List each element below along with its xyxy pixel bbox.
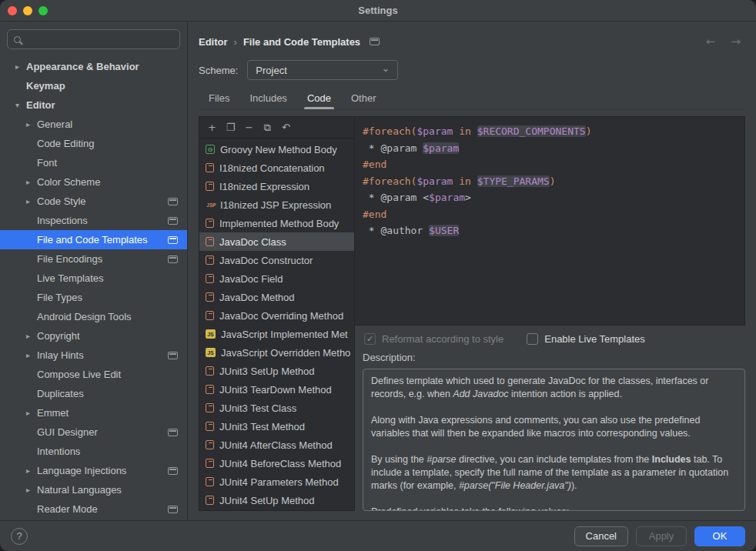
sidebar-item-label: Code Editing	[37, 138, 94, 149]
sidebar-item-file-and-code-templates[interactable]: File and Code Templates	[0, 230, 187, 249]
apply-button[interactable]: Apply	[636, 526, 687, 546]
template-item-junit3-test-method[interactable]: JUnit3 Test Method	[199, 417, 354, 436]
chevron-down-icon[interactable]: ▾	[15, 101, 26, 109]
sidebar-item-inspections[interactable]: Inspections	[0, 211, 187, 230]
back-icon[interactable]: ←	[706, 35, 716, 48]
template-file-icon	[206, 311, 214, 320]
sidebar-item-keymap[interactable]: Keymap	[0, 76, 187, 95]
template-item-i18nized-concatenation[interactable]: I18nized Concatenation	[199, 159, 354, 177]
template-item-junit4-afterclass-method[interactable]: JUnit4 AfterClass Method	[199, 436, 354, 454]
template-item-javadoc-overriding-method[interactable]: JavaDoc Overriding Method	[199, 306, 354, 325]
chevron-right-icon[interactable]: ▸	[26, 197, 37, 205]
code-token: $RECORD_COMPONENTS	[477, 125, 586, 137]
sidebar-item-color-scheme[interactable]: ▸Color Scheme	[0, 172, 187, 192]
template-item-junit4-beforeclass-method[interactable]: JUnit4 BeforeClass Method	[199, 454, 354, 473]
code-token: $param	[416, 175, 453, 187]
sidebar-item-language-injections[interactable]: ▸Language Injections	[0, 461, 187, 480]
sidebar-item-compose-live-edit[interactable]: Compose Live Edit	[0, 365, 187, 384]
ok-button[interactable]: OK	[694, 526, 745, 546]
sidebar-item-font[interactable]: Font	[0, 153, 187, 172]
template-item-junit3-teardown-method[interactable]: JUnit3 TearDown Method	[199, 380, 354, 399]
template-item-i18nized-jsp-expression[interactable]: JSPI18nized JSP Expression	[199, 195, 354, 214]
template-item-javadoc-field[interactable]: JavaDoc Field	[199, 269, 354, 288]
template-item-javadoc-class[interactable]: JavaDoc Class	[199, 232, 354, 251]
template-item-junit4-parameters-method[interactable]: JUnit4 Parameters Method	[199, 473, 354, 491]
template-item-label: JavaScript Implemented Met	[221, 329, 348, 340]
enable-live-templates-checkbox[interactable]: Enable Live Templates	[527, 333, 645, 345]
minimize-window-button[interactable]	[23, 6, 32, 15]
template-item-implemented-method-body[interactable]: Implemented Method Body	[199, 214, 354, 232]
template-item-junit3-setup-method[interactable]: JUnit3 SetUp Method	[199, 362, 354, 380]
chevron-right-icon[interactable]: ▸	[26, 120, 37, 129]
sidebar-item-live-templates[interactable]: Live Templates	[0, 269, 187, 288]
tab-files[interactable]: Files	[199, 87, 239, 109]
template-item-javadoc-method[interactable]: JavaDoc Method	[199, 288, 354, 306]
sidebar-item-file-encodings[interactable]: File Encodings	[0, 249, 187, 269]
template-item-javascript-implemented-met[interactable]: JSJavaScript Implemented Met	[199, 325, 354, 343]
settings-search-input[interactable]	[26, 34, 173, 45]
chevron-right-icon[interactable]: ▸	[26, 332, 37, 340]
template-options-row: ✓ Reformat according to style Enable Liv…	[355, 326, 745, 352]
sidebar-item-appearance-behavior[interactable]: ▸Appearance & Behavior	[0, 57, 187, 76]
sidebar-item-code-editing[interactable]: Code Editing	[0, 134, 187, 153]
sidebar-item-natural-languages[interactable]: ▸Natural Languages	[0, 480, 187, 499]
sidebar-item-label: Appearance & Behavior	[26, 61, 139, 72]
chevron-right-icon[interactable]: ▸	[26, 178, 37, 186]
chevron-right-icon[interactable]: ▸	[15, 62, 26, 71]
chevron-right-icon[interactable]: ▸	[26, 351, 37, 359]
template-item-javadoc-constructor[interactable]: JavaDoc Constructor	[199, 251, 354, 269]
sidebar-item-inlay-hints[interactable]: ▸Inlay Hints	[0, 346, 187, 365]
tab-includes[interactable]: Includes	[239, 87, 296, 109]
sidebar-item-reader-mode[interactable]: Reader Mode	[0, 499, 187, 519]
template-item-label: Implemented Method Body	[219, 218, 339, 229]
sidebar-item-gui-designer[interactable]: GUI Designer	[0, 422, 187, 442]
copy-template-icon[interactable]: ❐	[222, 122, 239, 133]
forward-icon[interactable]: →	[731, 35, 741, 48]
remove-template-icon[interactable]: −	[240, 122, 258, 133]
sidebar-item-label: Reader Mode	[37, 503, 98, 515]
chevron-right-icon[interactable]: ▸	[26, 486, 37, 494]
sidebar-item-file-types[interactable]: File Types	[0, 288, 187, 307]
template-item-junit3-test-class[interactable]: JUnit3 Test Class	[199, 399, 354, 417]
template-item-label: JUnit3 SetUp Method	[219, 366, 315, 377]
template-item-i18nized-expression[interactable]: I18nized Expression	[199, 177, 354, 195]
code-token: * @param <	[363, 192, 429, 203]
sidebar-item-android-design-tools[interactable]: Android Design Tools	[0, 307, 187, 326]
footer-bar: ? Cancel Apply OK	[0, 520, 756, 551]
template-item-groovy-new-method-body[interactable]: GGroovy New Method Body	[199, 140, 354, 159]
breadcrumb-file-and-code-templates[interactable]: File and Code Templates	[243, 36, 360, 48]
js-file-icon: JS	[206, 348, 216, 357]
reformat-checkbox[interactable]: ✓ Reformat according to style	[364, 333, 503, 345]
close-window-button[interactable]	[8, 6, 17, 15]
help-button[interactable]: ?	[11, 528, 28, 545]
template-code-editor[interactable]: #foreach($param in $RECORD_COMPONENTS) *…	[355, 116, 745, 326]
description-text: Predefined variables take the following …	[371, 506, 569, 511]
chevron-right-icon[interactable]: ▸	[26, 409, 37, 417]
template-item-label: JUnit3 TearDown Method	[219, 384, 332, 396]
js-file-icon: JS	[206, 329, 216, 339]
reset-template-icon[interactable]: ↶	[277, 122, 295, 133]
sidebar-item-general[interactable]: ▸General	[0, 115, 187, 134]
duplicate-template-icon[interactable]: ⧉	[259, 122, 276, 134]
template-list: GGroovy New Method BodyI18nized Concaten…	[199, 139, 354, 510]
cancel-button[interactable]: Cancel	[574, 526, 628, 546]
sidebar-item-emmet[interactable]: ▸Emmet	[0, 403, 187, 422]
sidebar-item-duplicates[interactable]: Duplicates	[0, 384, 187, 403]
template-item-junit4-setup-method[interactable]: JUnit4 SetUp Method	[199, 491, 354, 509]
breadcrumb-editor[interactable]: Editor	[199, 36, 228, 48]
sidebar-item-editor[interactable]: ▾Editor	[0, 95, 187, 115]
sidebar-item-copyright[interactable]: ▸Copyright	[0, 326, 187, 346]
settings-search-box[interactable]	[7, 29, 180, 49]
sidebar-item-intentions[interactable]: Intentions	[0, 442, 187, 461]
add-template-icon[interactable]: +	[203, 122, 221, 133]
sidebar-item-code-style[interactable]: ▸Code Style	[0, 192, 187, 211]
zoom-window-button[interactable]	[38, 6, 48, 15]
tab-code[interactable]: Code	[297, 87, 341, 109]
scheme-select[interactable]: Project ⌄	[247, 60, 398, 80]
templates-panels: +❐−⧉↶ GGroovy New Method BodyI18nized Co…	[199, 116, 745, 511]
chevron-right-icon[interactable]: ▸	[26, 466, 37, 475]
template-item-javascript-overridden-metho[interactable]: JSJavaScript Overridden Metho	[199, 343, 354, 362]
description-text: Along with Java expressions and comments…	[371, 415, 700, 439]
template-list-panel: +❐−⧉↶ GGroovy New Method BodyI18nized Co…	[199, 116, 355, 511]
tab-other[interactable]: Other	[341, 87, 386, 109]
